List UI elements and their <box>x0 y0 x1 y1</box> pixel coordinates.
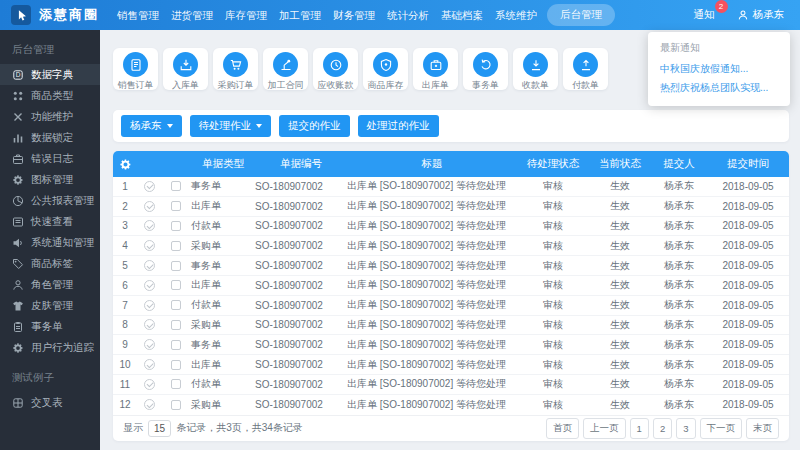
table-row[interactable]: 12 采购单 SO-180907002 出库单 [SO-180907002] 等… <box>113 395 789 415</box>
gear-icon <box>12 342 24 354</box>
row-view-icon[interactable] <box>137 339 161 350</box>
nav-item-statistics[interactable]: 统计分析 <box>381 0 435 30</box>
nav-item-inventory[interactable]: 库存管理 <box>219 0 273 30</box>
sidebar-item-data-dictionary[interactable]: D 数据字典 <box>0 64 100 85</box>
row-checkbox[interactable] <box>161 300 191 310</box>
row-checkbox[interactable] <box>161 340 191 350</box>
table-row[interactable]: 1 事务单 SO-180907002 出库单 [SO-180907002] 等待… <box>113 177 789 197</box>
table-row[interactable]: 10 出库单 SO-180907002 出库单 [SO-180907002] 等… <box>113 355 789 375</box>
nav-item-archives[interactable]: 基础档案 <box>435 0 489 30</box>
quick-action-inbound-order[interactable]: 入库单 <box>163 48 208 90</box>
sidebar-item-function-maintenance[interactable]: 功能维护 <box>0 106 100 127</box>
table-row[interactable]: 4 采购单 SO-180907002 出库单 [SO-180907002] 等待… <box>113 236 789 256</box>
cell-title: 出库单 [SO-180907002] 等待您处理 <box>347 179 517 193</box>
tag-icon <box>12 258 24 270</box>
filter-processed-tasks[interactable]: 处理过的作业 <box>358 115 439 137</box>
table-settings[interactable] <box>113 158 137 171</box>
filter-submitted-tasks[interactable]: 提交的作业 <box>279 115 350 137</box>
pagination-page-1[interactable]: 1 <box>630 418 649 439</box>
table-row[interactable]: 11 付款单 SO-180907002 出库单 [SO-180907002] 等… <box>113 375 789 395</box>
nav-item-backstage-active[interactable]: 后台管理 <box>547 4 615 26</box>
sidebar-item-quick-view[interactable]: 快速查看 <box>0 211 100 232</box>
cell-submitter: 杨承东 <box>651 259 707 273</box>
row-view-icon[interactable] <box>137 319 161 330</box>
table-row[interactable]: 8 采购单 SO-180907002 出库单 [SO-180907002] 等待… <box>113 316 789 336</box>
pagination-page-2[interactable]: 2 <box>653 418 672 439</box>
quick-action-payment-order[interactable]: 付款单 <box>563 48 608 90</box>
table-row[interactable]: 3 付款单 SO-180907002 出库单 [SO-180907002] 等待… <box>113 217 789 237</box>
row-checkbox[interactable] <box>161 400 191 410</box>
nav-item-system[interactable]: 系统维护 <box>489 0 543 30</box>
row-checkbox[interactable] <box>161 181 191 191</box>
quick-action-receipt-order[interactable]: 收款单 <box>513 48 558 90</box>
sidebar-item-error-log[interactable]: 错误日志 <box>0 148 100 169</box>
sidebar-item-user-behavior-tracking[interactable]: 用户行为追踪 <box>0 337 100 358</box>
sidebar-item-crosstab[interactable]: 交叉表 <box>0 392 100 413</box>
row-checkbox[interactable] <box>161 320 191 330</box>
row-view-icon[interactable] <box>137 220 161 231</box>
cell-current-status: 生效 <box>589 398 651 412</box>
row-index: 9 <box>113 339 137 350</box>
nav-item-processing[interactable]: 加工管理 <box>273 0 327 30</box>
table-row[interactable]: 9 事务单 SO-180907002 出库单 [SO-180907002] 等待… <box>113 335 789 355</box>
nav-item-purchasing[interactable]: 进货管理 <box>165 0 219 30</box>
row-checkbox[interactable] <box>161 241 191 251</box>
row-view-icon[interactable] <box>137 300 161 311</box>
row-view-icon[interactable] <box>137 379 161 390</box>
page-size-input[interactable]: 15 <box>148 420 171 437</box>
row-view-icon[interactable] <box>137 280 161 291</box>
sidebar-item-data-lock[interactable]: 数据锁定 <box>0 127 100 148</box>
sidebar-item-product-type[interactable]: 商品类型 <box>0 85 100 106</box>
sidebar-item-skin-management[interactable]: 皮肤管理 <box>0 295 100 316</box>
quick-action-accounts-receivable[interactable]: 应收账款 <box>313 48 358 90</box>
table-row[interactable]: 6 出库单 SO-180907002 出库单 [SO-180907002] 等待… <box>113 276 789 296</box>
quick-action-product-inventory[interactable]: 商品库存 <box>363 48 408 90</box>
row-checkbox[interactable] <box>161 360 191 370</box>
pagination-prev[interactable]: 上一页 <box>583 418 626 439</box>
filter-user-dropdown[interactable]: 杨承东 <box>121 115 182 137</box>
sidebar-item-product-tags[interactable]: 商品标签 <box>0 253 100 274</box>
row-view-icon[interactable] <box>137 201 161 212</box>
row-view-icon[interactable] <box>137 240 161 251</box>
row-view-icon[interactable] <box>137 181 161 192</box>
notification-link[interactable]: 中秋国庆放假通知... <box>660 62 778 76</box>
pagination-first[interactable]: 首页 <box>546 418 579 439</box>
filter-pending-tasks-dropdown[interactable]: 待处理作业 <box>190 115 272 137</box>
row-view-icon[interactable] <box>137 260 161 271</box>
table-row[interactable]: 7 付款单 SO-180907002 出库单 [SO-180907002] 等待… <box>113 296 789 316</box>
quick-action-sales-order[interactable]: 销售订单 <box>113 48 158 90</box>
quick-action-transaction-order[interactable]: 事务单 <box>463 48 508 90</box>
row-view-icon[interactable] <box>137 399 161 410</box>
table-row[interactable]: 2 出库单 SO-180907002 出库单 [SO-180907002] 等待… <box>113 197 789 217</box>
quick-action-label: 加工合同 <box>268 79 304 92</box>
quick-action-outbound-order[interactable]: 出库单 <box>413 48 458 90</box>
quick-action-processing-contract[interactable]: 加工合同 <box>263 48 308 90</box>
notifications-button[interactable]: 通知 2 <box>694 8 715 22</box>
quick-action-purchase-order[interactable]: 采购订单 <box>213 48 258 90</box>
user-menu[interactable]: 杨承东 <box>737 8 785 22</box>
column-header-submitter: 提交人 <box>651 157 707 171</box>
row-checkbox[interactable] <box>161 261 191 271</box>
product-type-icon <box>12 90 24 102</box>
notification-link[interactable]: 热烈庆祝杨总团队实现... <box>660 81 778 95</box>
nav-item-sales[interactable]: 销售管理 <box>111 0 165 30</box>
sidebar-item-transaction-orders[interactable]: 事务单 <box>0 316 100 337</box>
pagination-page-3[interactable]: 3 <box>676 418 695 439</box>
row-checkbox[interactable] <box>161 221 191 231</box>
row-checkbox[interactable] <box>161 201 191 211</box>
sidebar-item-public-reports[interactable]: 公共报表管理 <box>0 190 100 211</box>
row-view-icon[interactable] <box>137 359 161 370</box>
nav-item-finance[interactable]: 财务管理 <box>327 0 381 30</box>
sidebar-item-system-notifications[interactable]: 系统通知管理 <box>0 232 100 253</box>
table-row[interactable]: 5 事务单 SO-180907002 出库单 [SO-180907002] 等待… <box>113 256 789 276</box>
user-avatar-icon <box>737 9 749 21</box>
pagination-next[interactable]: 下一页 <box>700 418 743 439</box>
sidebar-item-icon-management[interactable]: 图标管理 <box>0 169 100 190</box>
row-index: 6 <box>113 280 137 291</box>
column-header-current-status: 当前状态 <box>589 157 651 171</box>
sidebar-item-role-management[interactable]: 角色管理 <box>0 274 100 295</box>
topbar: 添慧商圈 销售管理 进货管理 库存管理 加工管理 财务管理 统计分析 基础档案 … <box>0 0 800 30</box>
row-checkbox[interactable] <box>161 379 191 389</box>
row-checkbox[interactable] <box>161 280 191 290</box>
pagination-last[interactable]: 末页 <box>746 418 779 439</box>
